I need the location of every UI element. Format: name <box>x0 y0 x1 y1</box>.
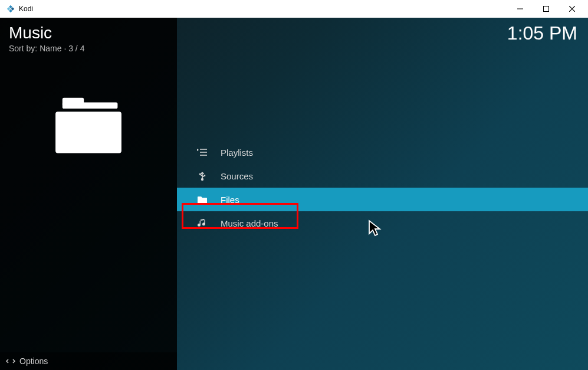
svg-rect-9 <box>63 103 118 109</box>
menu-item-files[interactable]: Files <box>177 188 588 211</box>
svg-rect-2 <box>7 7 11 11</box>
close-button[interactable] <box>559 0 585 18</box>
playlist-icon <box>195 148 210 156</box>
sort-line[interactable]: Sort by: Name · 3 / 4 <box>9 44 168 53</box>
main-panel: 1:05 PM Playlists Sources Files <box>177 18 588 370</box>
menu-item-playlists[interactable]: Playlists <box>177 140 588 164</box>
svg-rect-0 <box>9 5 12 9</box>
menu-label: Playlists <box>221 148 253 158</box>
window-titlebar: Kodi <box>0 0 588 18</box>
svg-rect-16 <box>204 175 205 176</box>
folder-large-icon <box>50 86 127 162</box>
window-title: Kodi <box>19 5 33 13</box>
options-icon <box>6 357 15 365</box>
menu-label: Files <box>221 195 239 205</box>
minimize-button[interactable] <box>507 0 533 18</box>
maximize-button[interactable] <box>533 0 559 18</box>
folder-icon <box>195 195 210 204</box>
svg-marker-13 <box>197 149 199 151</box>
clock: 1:05 PM <box>507 22 577 44</box>
svg-rect-5 <box>544 6 549 12</box>
svg-point-15 <box>199 173 201 175</box>
menu-label: Sources <box>221 171 253 181</box>
options-label: Options <box>19 356 48 366</box>
menu-item-addons[interactable]: Music add-ons <box>177 211 588 235</box>
svg-rect-3 <box>9 9 12 13</box>
menu-item-sources[interactable]: Sources <box>177 164 588 188</box>
kodi-logo-icon <box>6 4 15 14</box>
music-icon <box>195 218 210 228</box>
menu-list: Playlists Sources Files Music add-ons <box>177 140 588 235</box>
menu-label: Music add-ons <box>221 218 278 228</box>
svg-rect-1 <box>11 7 15 11</box>
options-bar[interactable]: Options <box>0 352 177 370</box>
sort-value: Name <box>40 44 61 53</box>
sort-sep: · <box>62 44 69 53</box>
window-controls <box>507 0 585 18</box>
sidebar: Music Sort by: Name · 3 / 4 Options <box>0 18 177 370</box>
page-title: Music <box>9 24 168 42</box>
sort-prefix: Sort by: <box>9 44 40 53</box>
sort-count: 3 / 4 <box>68 44 84 53</box>
usb-icon <box>195 171 210 181</box>
